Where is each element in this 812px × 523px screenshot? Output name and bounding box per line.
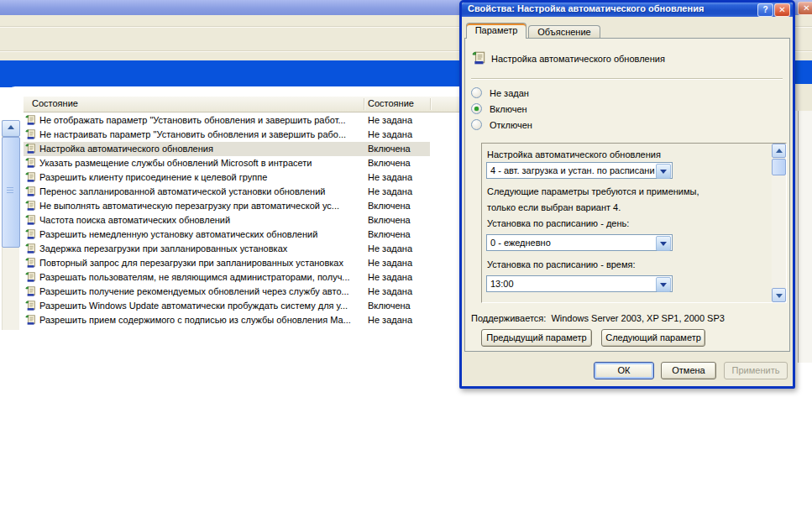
policy-status: Включена [368,199,411,213]
policy-name: Не настраивать параметр "Установить обно… [39,128,346,142]
policy-scroll-icon [25,171,37,183]
policy-list-row[interactable]: Разрешать пользователям, не являющимся а… [24,270,430,285]
supported-value: Windows Server 2003, XP SP1, 2000 SP3 [551,313,724,323]
policy-list-row[interactable]: Разрешить прием содержимого с подписью и… [24,313,430,327]
scroll-down-button[interactable] [772,288,786,302]
cancel-button[interactable]: Отмена [661,362,716,379]
policy-scroll-icon [25,128,37,140]
policy-status: Не задана [368,170,412,185]
radio-disabled[interactable]: Отключен [471,119,532,132]
scrollbar-grip-icon [7,190,13,191]
policy-status: Включена [368,142,411,156]
policy-list-row[interactable]: Разрешить получение рекомендуемых обновл… [24,285,430,299]
chevron-down-icon[interactable] [656,164,671,179]
previous-setting-button[interactable]: Предыдущий параметр [481,329,592,347]
radio-enabled[interactable]: Включен [471,103,527,116]
button-label: Отмена [672,365,705,375]
chevron-down-icon[interactable] [656,236,671,251]
policy-list-row[interactable]: Настройка автоматического обновления Вкл… [24,142,430,156]
column-header-setting[interactable]: Состояние [32,98,78,108]
policy-list-row[interactable]: Разрешить Windows Update автоматически п… [24,299,430,313]
policy-status: Включена [368,299,411,313]
policy-status: Не задана [368,113,412,128]
policy-list-row[interactable]: Не выполнять автоматическую перезагрузку… [24,199,430,213]
policy-list-row[interactable]: Не отображать параметр "Установить обнов… [24,113,430,128]
policy-name: Настройка автоматического обновления [39,142,213,156]
schedule-day-label: Установка по расписанию - день: [487,218,629,228]
policy-name: Разрешить Windows Update автоматически п… [39,299,348,313]
tab-label: Объяснение [537,27,590,37]
policy-list-row[interactable]: Разрешить клиенту присоединение к целево… [24,170,430,185]
policy-name: Разрешить немедленную установку автомати… [39,228,317,242]
schedule-day-combobox[interactable]: 0 - ежедневно [486,234,673,251]
policy-scroll-icon [25,200,37,212]
note-line-2: только если выбран вариант 4. [487,202,621,212]
screen: ✕ Состояние Состояние [0,0,812,523]
policy-list-row[interactable]: Разрешить немедленную установку автомати… [24,228,430,242]
policy-status: Не задана [368,242,412,256]
policy-list-row[interactable]: Не настраивать параметр "Установить обно… [24,128,430,142]
radio-label: Не задан [490,88,529,98]
button-label: ОК [618,365,631,375]
background-close-button[interactable]: ✕ [798,2,812,15]
close-button[interactable]: ✕ [774,3,790,17]
policy-list-row[interactable]: Перенос запланированной автоматической у… [24,185,430,199]
schedule-time-label: Установка по расписанию - время: [487,259,636,269]
policy-header-title: Настройка автоматического обновления [491,54,665,64]
policy-name: Указать размещение службы обновлений Mic… [39,156,312,170]
policy-status: Не задана [368,256,412,270]
close-icon: ✕ [803,3,809,13]
scroll-up-button[interactable] [772,144,786,158]
help-icon: ? [762,5,767,14]
apply-button-disabled[interactable]: Применить [724,362,788,379]
policy-scroll-icon [25,243,37,254]
schedule-time-combobox[interactable]: 13:00 [486,275,673,292]
radio-not-configured[interactable]: Не задан [471,87,529,100]
ok-button[interactable]: ОК [594,362,654,379]
policy-status: Не задана [368,128,412,142]
policy-list-row[interactable]: Повторный запрос для перезагрузки при за… [24,256,430,270]
policy-name: Частота поиска автоматических обновлений [39,213,230,228]
policy-scroll-icon [25,271,37,283]
policy-scroll-icon [25,228,37,240]
policy-name: Разрешить прием содержимого с подписью и… [39,313,351,327]
policy-status: Не задана [368,285,412,299]
scrollbar-thumb[interactable] [772,159,786,175]
radio-label: Отключен [490,120,532,130]
supported-label: Поддерживается: [471,313,546,323]
help-button[interactable]: ? [757,3,773,17]
tab-explanation[interactable]: Объяснение [528,25,600,39]
tab-parameter[interactable]: Параметр [466,23,526,39]
left-scrollbar-thumb[interactable] [2,137,20,248]
settings-scrollbar[interactable] [772,144,786,302]
combobox-value: 4 - авт. загрузка и устан. по расписани [490,165,656,175]
policy-list-row[interactable]: Указать размещение службы обновлений Mic… [24,156,430,170]
button-label: Предыдущий параметр [486,332,586,343]
next-setting-button[interactable]: Следующий параметр [601,329,705,347]
policy-name: Задержка перезагрузки при запланированны… [39,242,287,256]
policy-scroll-icon [25,257,37,269]
button-label: Применить [732,365,780,375]
column-divider[interactable] [364,98,365,110]
policy-list: Не отображать параметр "Установить обнов… [24,113,430,327]
arrow-down-icon [776,294,783,298]
scroll-up-button[interactable] [2,120,20,137]
column-divider[interactable] [430,98,432,110]
chevron-down-icon[interactable] [656,277,671,292]
policy-status: Включена [368,156,411,170]
close-icon: ✕ [778,5,785,14]
policy-status: Не задана [368,313,412,327]
radio-icon [471,103,482,114]
policy-list-row[interactable]: Частота поиска автоматических обновлений… [24,213,430,228]
policy-name: Разрешить получение рекомендуемых обновл… [39,285,349,299]
policy-status: Не задана [368,185,412,199]
column-header-state[interactable]: Состояние [368,98,414,108]
policy-list-row[interactable]: Задержка перезагрузки при запланированны… [24,242,430,256]
radio-icon [471,119,482,130]
policy-name: Разрешать пользователям, не являющимся а… [39,270,350,285]
policy-scroll-icon [472,50,487,65]
tab-page-parameter: Настройка автоматического обновления Не … [464,38,790,352]
policy-status: Включена [368,228,411,242]
dialog-titlebar[interactable]: Свойства: Настройка автоматического обно… [462,3,793,17]
update-mode-combobox[interactable]: 4 - авт. загрузка и устан. по расписани [486,162,673,179]
